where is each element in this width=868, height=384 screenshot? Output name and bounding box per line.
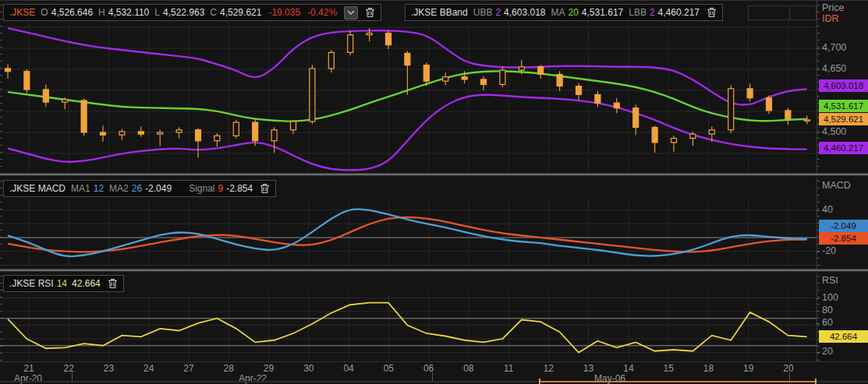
candlestick (81, 99, 87, 136)
panel-splitter-price-macd[interactable] (0, 173, 868, 176)
day-label: 23 (104, 363, 114, 374)
ma1-period: 12 (94, 183, 104, 194)
candlestick (158, 130, 163, 146)
low-label: L (154, 7, 160, 18)
rsi-tick-label: 80 (822, 305, 833, 315)
day-label: 27 (183, 363, 193, 374)
candlestick (405, 51, 410, 94)
day-label: 15 (663, 363, 673, 374)
trash-icon[interactable] (260, 183, 270, 194)
minor-tick (817, 68, 820, 69)
bband-legend[interactable]: .JKSE BBand UBB 2 4,603.018 MA 20 4,531.… (405, 4, 723, 21)
day-label: 21 (23, 363, 34, 374)
minor-tick (817, 265, 820, 266)
close-label: C (210, 7, 217, 18)
candlestick (310, 65, 315, 125)
macd-value: -2.049 (145, 183, 172, 194)
ma1-label: MA1 (71, 183, 90, 194)
day-label: 11 (504, 363, 513, 374)
rsi-tick-label: 20 (822, 346, 833, 357)
candlestick (557, 71, 562, 91)
change-value: -19.035 (268, 7, 300, 18)
minor-tick (817, 159, 820, 160)
price-chart-canvas[interactable] (0, 0, 817, 173)
price-ohlc-legend[interactable]: .JKSE O 4,526.646 H 4,532.110 L 4,522.96… (3, 4, 381, 21)
day-label: 04 (343, 363, 353, 374)
day-label: 14 (623, 363, 633, 374)
minor-tick (817, 283, 820, 284)
signal-period: 9 (218, 183, 224, 194)
ubb-period: 2 (495, 7, 501, 18)
ma-label: MA (551, 7, 565, 18)
minor-tick (817, 360, 820, 361)
day-label: 12 (544, 363, 554, 374)
minor-tick (817, 61, 820, 62)
day-label: 18 (703, 363, 714, 374)
minor-tick (817, 318, 820, 319)
candlestick (652, 125, 657, 153)
candlestick (5, 65, 11, 79)
panel-splitter-macd-rsi[interactable] (0, 269, 868, 272)
macd-tick-label: -20 (822, 245, 836, 256)
trash-icon[interactable] (707, 7, 717, 18)
minor-tick (817, 47, 820, 48)
candlestick (291, 120, 296, 134)
chevron-down-icon[interactable] (344, 6, 358, 19)
day-label: 05 (384, 363, 394, 374)
trash-icon[interactable] (108, 278, 118, 289)
minor-tick (817, 5, 820, 5)
ma2-period: 26 (132, 183, 142, 194)
minor-tick (817, 346, 820, 347)
minor-tick (817, 26, 820, 26)
minor-tick (817, 12, 820, 12)
open-label: O (41, 7, 48, 18)
minor-tick (817, 181, 820, 181)
scrollbar-handle-left[interactable] (539, 379, 540, 384)
rsi-legend[interactable]: .JKSE RSI 14 42.664 (3, 275, 124, 292)
price-tick-label: 4,500 (822, 126, 846, 137)
price-axis-title: Price (822, 2, 844, 13)
minor-tick (817, 188, 820, 188)
close-value: 4,529.621 (220, 7, 261, 18)
lbb-period: 2 (650, 7, 655, 18)
rsi-value: 42.664 (72, 278, 101, 289)
day-label: 13 (583, 363, 593, 374)
macd-value-badge: -2.049 (819, 220, 868, 232)
candlestick (690, 132, 696, 146)
minor-tick (817, 304, 820, 305)
rsi-tick-label: 100 (822, 292, 838, 303)
candlestick (214, 133, 220, 146)
day-label: 08 (463, 363, 473, 374)
scrollbar-handle-right[interactable] (815, 379, 817, 384)
price-value-badge: 4,460.217 (819, 142, 868, 154)
candlestick (233, 120, 239, 139)
day-label: 19 (743, 363, 753, 374)
minor-tick (817, 96, 820, 97)
ma-value: 4,531.617 (582, 7, 623, 18)
macd-value-badge: -2.854 (819, 232, 868, 245)
minor-tick (817, 19, 820, 19)
candlestick (747, 83, 753, 101)
day-label: 29 (264, 363, 274, 374)
minor-tick (817, 209, 820, 210)
macd-axis-title: MACD (822, 180, 851, 191)
candlestick (138, 126, 143, 136)
minor-tick (817, 216, 820, 217)
candlestick (728, 86, 734, 134)
minor-tick (817, 251, 820, 252)
macd-title: .JKSE MACD (9, 183, 66, 194)
minor-tick (817, 297, 820, 298)
minor-tick (817, 258, 820, 259)
signal-label: Signal (189, 183, 214, 194)
day-label: 24 (143, 363, 154, 374)
low-value: 4,522.963 (163, 7, 204, 18)
trash-icon[interactable] (365, 7, 375, 18)
ubb-label: UBB (473, 7, 493, 18)
scrollbar-range[interactable] (540, 381, 817, 382)
rsi-value-badge: 42.664 (819, 330, 868, 343)
lbb-value: 4,460.217 (658, 7, 700, 18)
candlestick (804, 115, 810, 124)
minor-tick (817, 311, 820, 312)
ma-period: 20 (568, 7, 578, 18)
macd-legend[interactable]: .JKSE MACD MA1 12 MA2 26 -2.049 Signal 9… (3, 180, 276, 197)
